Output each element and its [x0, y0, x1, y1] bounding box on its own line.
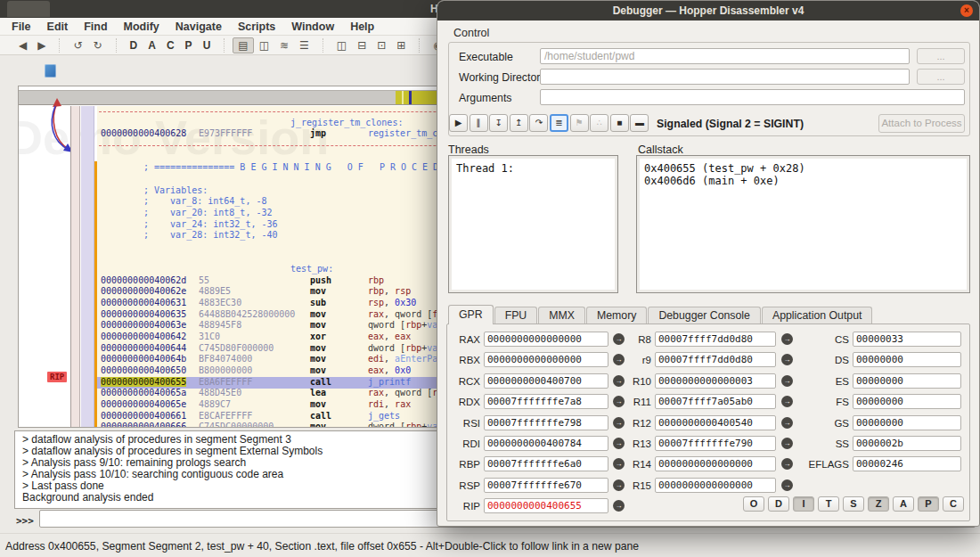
menu-item-file[interactable]: File [4, 18, 39, 36]
register-es-input[interactable] [853, 373, 961, 389]
tab-debugger-console[interactable]: Debugger Console [648, 307, 761, 324]
mark-undefined-button[interactable]: U [198, 37, 216, 53]
register-rbp-input[interactable] [484, 456, 608, 471]
close-icon[interactable]: × [960, 4, 973, 17]
hex-view-icon[interactable]: ☰ [294, 37, 314, 53]
step-out-button[interactable]: ↥ [510, 114, 528, 132]
flag-p-button[interactable]: P [918, 496, 939, 512]
tab-fpu[interactable]: FPU [494, 307, 538, 324]
flag-d-button[interactable]: D [768, 496, 789, 512]
register-rdi-input[interactable] [484, 436, 608, 451]
pause-button[interactable]: ∥ [470, 114, 488, 132]
register-rsi-input[interactable] [484, 415, 608, 430]
register-rcx-input[interactable] [484, 373, 608, 389]
menu-item-edit[interactable]: Edit [39, 18, 77, 36]
follow-rsi-icon[interactable]: → [613, 417, 625, 429]
arguments-input[interactable] [540, 89, 965, 105]
flag-s-button[interactable]: S [843, 496, 864, 512]
step-over-button[interactable]: ↷ [529, 114, 548, 132]
detach-button[interactable]: ▬ [630, 114, 649, 132]
register-r8-input[interactable] [655, 332, 776, 347]
browse-working-directory-button[interactable]: ... [917, 69, 965, 85]
register-ss-input[interactable] [853, 436, 961, 451]
working-directory-input[interactable] [540, 69, 910, 85]
register-r10-input[interactable] [655, 373, 776, 389]
stop-button[interactable]: ■ [610, 114, 629, 132]
insn-address: 0000000000400644 [101, 343, 186, 353]
executable-input[interactable] [540, 48, 910, 64]
single-view-icon[interactable]: ⊡ [372, 37, 391, 53]
run-to-line-button[interactable]: ≣ [550, 114, 568, 132]
thread-item[interactable]: Thread 1: [456, 163, 617, 176]
register-cs-input[interactable] [853, 332, 961, 347]
document-icon[interactable] [45, 64, 56, 78]
follow-rdi-icon[interactable]: → [613, 438, 625, 449]
mark-procedure-button[interactable]: P [180, 37, 198, 53]
follow-rax-icon[interactable]: → [613, 333, 625, 345]
step-into-button[interactable]: ↧ [489, 114, 508, 132]
register-r13-input[interactable] [655, 436, 776, 451]
flag-i-button[interactable]: I [793, 496, 814, 512]
flag-c-button[interactable]: C [943, 496, 964, 512]
register-label-eflags: EFLAGS [790, 459, 849, 470]
insn-operands: eax, eax [368, 332, 411, 341]
back-icon[interactable]: ◀ [13, 37, 32, 53]
register-r9-input[interactable] [655, 352, 776, 367]
mark-data-button[interactable]: D [125, 37, 143, 53]
register-rip-input[interactable] [484, 498, 608, 513]
follow-rsp-icon[interactable]: → [613, 479, 625, 491]
browse-executable-button[interactable]: ... [917, 48, 965, 64]
tiled-view-icon[interactable]: ⊞ [391, 37, 411, 53]
forward-icon[interactable]: ▶ [32, 37, 51, 53]
menu-item-scripts[interactable]: Scripts [230, 18, 283, 36]
follow-rcx-icon[interactable]: → [613, 375, 625, 387]
register-rsp-input[interactable] [484, 478, 608, 493]
register-rax-input[interactable] [484, 332, 608, 347]
undo-icon[interactable]: ↺ [68, 37, 87, 53]
attach-to-process-button[interactable]: Attach to Process [878, 114, 965, 133]
register-fs-input[interactable] [853, 394, 961, 409]
mark-ascii-button[interactable]: A [143, 37, 161, 53]
debugger-titlebar[interactable]: Debugger — Hopper Disassembler v4 × [437, 1, 979, 20]
cfg-view-icon[interactable]: ◫ [254, 37, 274, 53]
register-r11-input[interactable] [655, 394, 776, 409]
register-rbx-input[interactable] [484, 352, 608, 367]
tab-application-output[interactable]: Application Output [762, 307, 873, 324]
flag-o-button[interactable]: O [743, 496, 764, 512]
register-ds-input[interactable] [853, 352, 961, 367]
register-eflags-input[interactable] [853, 456, 961, 471]
menu-item-navigate[interactable]: Navigate [167, 18, 230, 36]
tab-gpr[interactable]: GPR [448, 305, 494, 324]
mark-code-button[interactable]: C [161, 37, 180, 53]
register-r14-input[interactable] [655, 456, 776, 471]
pseudocode-view-icon[interactable]: ≋ [274, 37, 294, 53]
menu-item-window[interactable]: Window [283, 18, 342, 36]
tab-memory[interactable]: Memory [586, 307, 647, 324]
register-rdx-input[interactable] [484, 394, 608, 409]
callstack-frame[interactable]: 0x400655 (test_pw + 0x28) [644, 163, 969, 176]
register-r15-input[interactable] [655, 478, 776, 493]
menu-item-help[interactable]: Help [342, 18, 382, 36]
register-r12-input[interactable] [655, 415, 776, 430]
flag-a-button[interactable]: A [893, 496, 914, 512]
insn-bytes: 4889C7 [199, 399, 231, 409]
menu-item-modify[interactable]: Modify [116, 18, 167, 36]
follow-r15-icon[interactable]: → [781, 479, 793, 491]
threads-label: Threads [448, 143, 489, 156]
redo-icon[interactable]: ↻ [88, 37, 108, 53]
assembly-view-icon[interactable]: ▤ [233, 37, 253, 53]
register-gs-input[interactable] [853, 415, 961, 430]
continue-button[interactable]: ▶ [449, 114, 468, 132]
threads-list[interactable]: Thread 1: [448, 155, 618, 293]
callstack-frame[interactable]: 0x4006d6 (main + 0xe) [644, 176, 969, 188]
split-horizontal-icon[interactable]: ⊟ [352, 37, 372, 53]
menu-item-find[interactable]: Find [76, 18, 115, 36]
register-label-rbp: RBP [443, 459, 480, 470]
flag-t-button[interactable]: T [818, 496, 839, 512]
callstack-list[interactable]: 0x400655 (test_pw + 0x28)0x4006d6 (main … [636, 155, 970, 293]
split-vertical-icon[interactable]: ◫ [331, 37, 352, 53]
tab-mmx[interactable]: MMX [538, 307, 585, 324]
screen: H FileEditFindModifyNavigateScriptsWindo… [0, 0, 980, 557]
flag-z-button[interactable]: Z [868, 496, 889, 512]
watchpoints-button: ∴ [590, 114, 608, 132]
